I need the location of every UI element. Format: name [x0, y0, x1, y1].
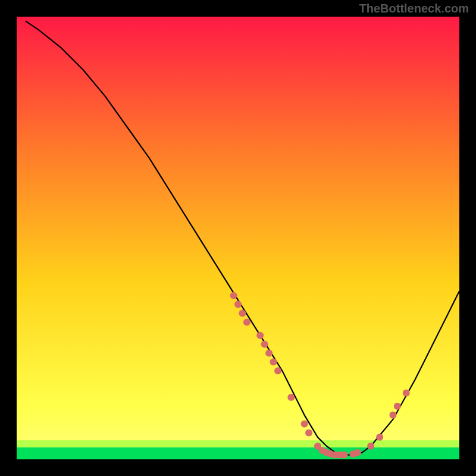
- data-marker: [239, 310, 246, 317]
- data-marker: [389, 412, 396, 419]
- data-marker: [367, 443, 374, 450]
- data-marker: [305, 429, 312, 436]
- data-marker: [301, 421, 308, 428]
- data-marker: [261, 341, 268, 348]
- data-marker: [256, 332, 264, 339]
- green-band-fade: [17, 440, 459, 447]
- data-marker: [234, 301, 242, 308]
- data-marker: [265, 349, 273, 356]
- data-marker: [354, 449, 361, 456]
- gradient-background: [17, 17, 459, 459]
- watermark-text: TheBottleneck.com: [359, 2, 469, 15]
- chart-container: [17, 17, 459, 459]
- data-marker: [403, 389, 410, 396]
- data-marker: [376, 434, 383, 441]
- data-marker: [230, 292, 237, 299]
- data-marker: [394, 403, 401, 410]
- green-band: [17, 447, 459, 459]
- data-marker: [341, 452, 348, 459]
- data-marker: [274, 367, 281, 374]
- data-marker: [287, 394, 295, 401]
- data-marker: [270, 358, 277, 365]
- bottleneck-chart: [17, 17, 459, 459]
- data-marker: [243, 318, 250, 325]
